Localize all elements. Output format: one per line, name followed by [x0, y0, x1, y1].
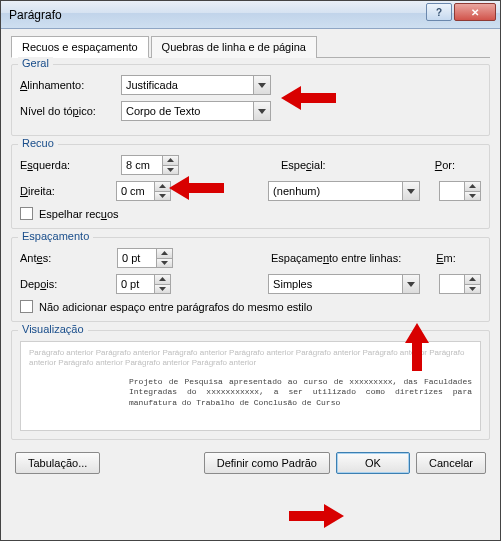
tabulation-button[interactable]: Tabulação...	[15, 452, 100, 474]
label-before: Antes:	[20, 252, 111, 264]
chevron-down-icon[interactable]	[402, 275, 419, 293]
chevron-down-icon[interactable]	[253, 102, 270, 120]
label-left-indent: Esquerda:	[20, 159, 115, 171]
label-special: Especial:	[281, 159, 361, 171]
ok-button[interactable]: OK	[336, 452, 410, 474]
right-indent-value: 0 cm	[117, 185, 154, 197]
titlebar[interactable]: Parágrafo ? ✕	[1, 1, 500, 29]
group-preview: Visualização Parágrafo anterior Parágraf…	[11, 330, 490, 440]
spin-down-icon[interactable]	[155, 285, 170, 294]
spinner-left-indent[interactable]: 8 cm	[121, 155, 179, 175]
preview-sample: Projeto de Pesquisa apresentado ao curso…	[29, 377, 472, 408]
spin-down-icon[interactable]	[155, 192, 170, 201]
spinner-after[interactable]: 0 pt	[116, 274, 171, 294]
special-value: (nenhum)	[269, 185, 402, 197]
label-line-spacing: Espaçamento entre linhas:	[271, 252, 424, 264]
window-title: Parágrafo	[9, 8, 62, 22]
cancel-button[interactable]: Cancelar	[416, 452, 486, 474]
spinner-before[interactable]: 0 pt	[117, 248, 173, 268]
left-indent-value: 8 cm	[122, 159, 162, 171]
spin-down-icon[interactable]	[465, 285, 480, 294]
legend-indent: Recuo	[18, 137, 58, 149]
combo-alignment[interactable]: Justificada	[121, 75, 271, 95]
preview-box: Parágrafo anterior Parágrafo anterior Pa…	[20, 341, 481, 431]
line-spacing-value: Simples	[269, 278, 402, 290]
group-indent: Recuo Esquerda: 8 cm Especial: Por: Dire…	[11, 144, 490, 229]
legend-preview: Visualização	[18, 323, 88, 335]
label-outline-level: Nível do tópico:	[20, 105, 115, 117]
before-value: 0 pt	[118, 252, 156, 264]
tab-strip: Recuos e espaçamento Quebras de linha e …	[11, 35, 490, 58]
label-mirror: Espelhar recuos	[39, 208, 119, 220]
svg-marker-3	[289, 504, 344, 528]
spin-up-icon[interactable]	[157, 249, 172, 259]
group-general: Geral AAlinhamento:linhamento: Justifica…	[11, 64, 490, 136]
spinner-at[interactable]	[439, 274, 481, 294]
spin-up-icon[interactable]	[465, 182, 480, 192]
checkbox-mirror[interactable]	[20, 207, 33, 220]
spinner-right-indent[interactable]: 0 cm	[116, 181, 171, 201]
after-value: 0 pt	[117, 278, 154, 290]
combo-outline-level[interactable]: Corpo de Texto	[121, 101, 271, 121]
combo-special[interactable]: (nenhum)	[268, 181, 420, 201]
label-at: Em:	[436, 252, 456, 264]
spin-up-icon[interactable]	[163, 156, 178, 166]
chevron-down-icon[interactable]	[402, 182, 419, 200]
group-spacing: Espaçamento Antes: 0 pt Espaçamento entr…	[11, 237, 490, 322]
combo-outline-value: Corpo de Texto	[122, 105, 253, 117]
tab-indent-spacing[interactable]: Recuos e espaçamento	[11, 36, 149, 58]
close-button[interactable]: ✕	[454, 3, 496, 21]
legend-general: Geral	[18, 57, 53, 69]
spin-up-icon[interactable]	[155, 182, 170, 192]
set-default-button[interactable]: Definir como Padrão	[204, 452, 330, 474]
combo-line-spacing[interactable]: Simples	[268, 274, 420, 294]
spin-up-icon[interactable]	[155, 275, 170, 285]
spin-down-icon[interactable]	[163, 166, 178, 175]
label-right-indent: Direita:	[20, 185, 110, 197]
label-by: Por:	[435, 159, 455, 171]
spin-down-icon[interactable]	[157, 259, 172, 268]
label-dont-add: Não adicionar espaço entre parágrafos do…	[39, 301, 312, 313]
help-button[interactable]: ?	[426, 3, 452, 21]
arrow-icon	[289, 501, 349, 531]
label-after: Depois:	[20, 278, 110, 290]
chevron-down-icon[interactable]	[253, 76, 270, 94]
checkbox-dont-add[interactable]	[20, 300, 33, 313]
spinner-by[interactable]	[439, 181, 481, 201]
label-alignment: AAlinhamento:linhamento:	[20, 79, 115, 91]
preview-lorem: Parágrafo anterior Parágrafo anterior Pa…	[29, 348, 472, 369]
legend-spacing: Espaçamento	[18, 230, 93, 242]
tab-line-page-breaks[interactable]: Quebras de linha e de página	[151, 36, 317, 58]
spin-up-icon[interactable]	[465, 275, 480, 285]
combo-alignment-value: Justificada	[122, 79, 253, 91]
spin-down-icon[interactable]	[465, 192, 480, 201]
